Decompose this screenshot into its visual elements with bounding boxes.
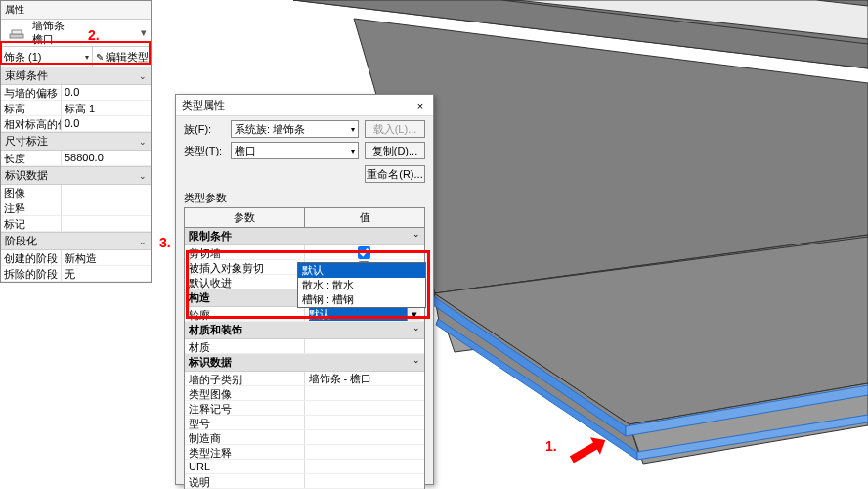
chevron-down-icon[interactable]: ▾ <box>407 308 420 321</box>
chevron-icon: ⌄ <box>412 229 420 244</box>
prop-row[interactable]: 创建的阶段新构造 <box>1 250 151 266</box>
section-constraints[interactable]: 束缚条件⌄ <box>1 67 151 85</box>
type-params-grid: 参数 值 限制条件⌄ 剪切墙 被插入对象剪切 默认收进0.0 构造⌄ 轮廓 默认… <box>184 207 425 489</box>
cat-materials[interactable]: 材质和装饰⌄ <box>185 322 424 339</box>
prop-row[interactable]: 长度58800.0 <box>1 151 151 166</box>
properties-panel-title: 属性 <box>1 1 151 20</box>
annotation-number-2: 2. <box>88 27 100 43</box>
prop-row[interactable]: 标高标高 1 <box>1 101 151 116</box>
type-selector-thumb <box>5 22 28 45</box>
dialog-title: 类型属性 <box>182 98 225 112</box>
param-row[interactable]: 说明 <box>185 474 424 489</box>
dropdown-option[interactable]: 默认 <box>298 263 425 278</box>
svg-rect-13 <box>10 34 23 38</box>
properties-panel: 属性 墙饰条 檐口 ▾ 饰条 (1)▾ ✎ 编辑类型 束缚条件⌄ 与墙的偏移0.… <box>0 0 152 283</box>
col-value[interactable]: 值 <box>305 208 424 227</box>
section-phase[interactable]: 阶段化⌄ <box>1 232 151 250</box>
chevron-icon: ⌄ <box>139 71 147 81</box>
chevron-down-icon: ▾ <box>351 147 355 156</box>
annotation-number-3: 3. <box>159 235 171 250</box>
cat-identity[interactable]: 标识数据⌄ <box>185 354 424 372</box>
chevron-icon: ⌄ <box>139 171 147 181</box>
annotation-number-1: 1. <box>545 438 557 454</box>
prop-row[interactable]: 与墙的偏移0.0 <box>1 85 151 101</box>
load-button: 载入(L)... <box>365 120 425 138</box>
prop-row[interactable]: 注释 <box>1 200 151 216</box>
edit-type-icon: ✎ <box>96 52 104 63</box>
chevron-icon: ⌄ <box>412 323 420 337</box>
close-icon[interactable]: × <box>413 100 427 111</box>
edit-type-button[interactable]: ✎ 编辑类型 <box>92 47 151 67</box>
duplicate-button[interactable]: 复制(D)... <box>365 142 425 159</box>
col-param[interactable]: 参数 <box>185 208 305 227</box>
param-row[interactable]: 制造商 <box>185 430 424 445</box>
section-dims[interactable]: 尺寸标注⌄ <box>1 132 151 151</box>
chevron-icon: ⌄ <box>139 237 147 246</box>
param-row[interactable]: 类型图像 <box>185 386 424 401</box>
param-row[interactable]: 材质 <box>185 339 424 354</box>
rename-button[interactable]: 重命名(R)... <box>365 165 425 183</box>
param-row[interactable]: 剪切墙 <box>185 245 424 260</box>
chevron-down-icon: ▾ <box>85 53 89 62</box>
prop-row[interactable]: 图像 <box>1 185 151 200</box>
type-combo[interactable]: 檐口▾ <box>231 142 359 159</box>
dropdown-option[interactable]: 散水 : 散水 <box>298 278 425 292</box>
dialog-titlebar[interactable]: 类型属性 × <box>176 95 433 116</box>
type-label: 类型(T): <box>184 144 225 158</box>
instance-row: 饰条 (1)▾ ✎ 编辑类型 <box>1 47 151 67</box>
param-row[interactable]: 型号 <box>185 416 424 430</box>
param-row-profile[interactable]: 轮廓 默认▾ <box>185 307 424 322</box>
family-label: 族(F): <box>184 122 225 137</box>
type-selector-text: 墙饰条 檐口 <box>32 20 137 45</box>
family-combo[interactable]: 系统族: 墙饰条▾ <box>231 120 359 138</box>
param-row[interactable]: 墙的子类别墙饰条 - 檐口 <box>185 372 424 386</box>
dropdown-option[interactable]: 槽钢 : 槽钢 <box>298 292 425 307</box>
param-row[interactable]: 注释记号 <box>185 401 424 416</box>
prop-row[interactable]: 拆除的阶段无 <box>1 266 151 282</box>
prop-row[interactable]: 相对标高的偏移0.0 <box>1 116 151 132</box>
type-selector[interactable]: 墙饰条 檐口 ▾ <box>1 20 151 47</box>
chevron-down-icon: ▾ <box>137 26 151 39</box>
grid-header: 参数 值 <box>185 208 424 228</box>
profile-select-cell[interactable]: 默认▾ <box>309 307 421 321</box>
chevron-icon: ⌄ <box>139 137 147 147</box>
param-row[interactable]: 类型注释 <box>185 445 424 460</box>
prop-row[interactable]: 标记 <box>1 216 151 232</box>
chevron-icon: ⌄ <box>412 355 420 370</box>
properties-grid: 束缚条件⌄ 与墙的偏移0.0 标高标高 1 相对标高的偏移0.0 尺寸标注⌄ 长… <box>1 67 151 282</box>
cut-wall-checkbox[interactable] <box>358 246 370 259</box>
instance-count-combo[interactable]: 饰条 (1)▾ <box>1 48 92 66</box>
param-row[interactable]: URL <box>185 460 424 474</box>
section-id[interactable]: 标识数据⌄ <box>1 166 151 185</box>
svg-rect-14 <box>12 30 22 34</box>
chevron-down-icon: ▾ <box>351 125 355 134</box>
type-params-label: 类型参数 <box>176 185 433 207</box>
profile-dropdown[interactable]: 默认 散水 : 散水 槽钢 : 槽钢 <box>297 262 426 308</box>
cat-constraints[interactable]: 限制条件⌄ <box>185 228 424 245</box>
